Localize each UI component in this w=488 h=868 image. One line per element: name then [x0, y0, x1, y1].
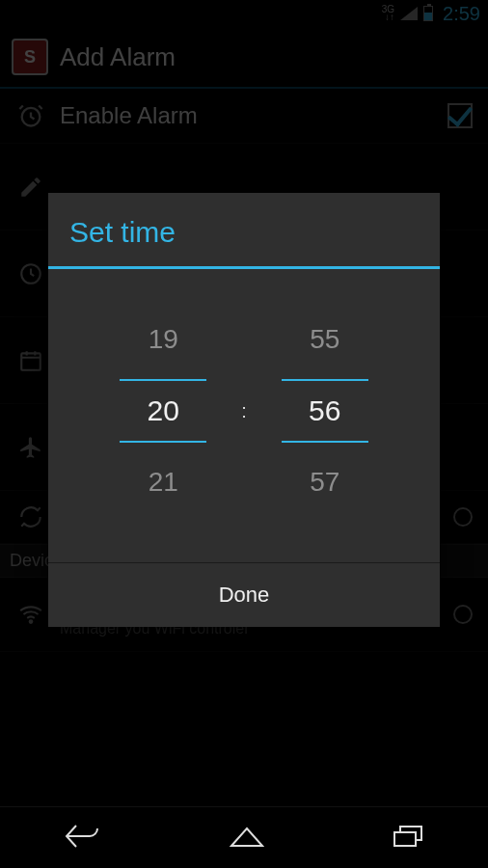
hour-selected[interactable]: 20: [120, 379, 206, 443]
time-picker-dialog: Set time 19 20 21 : 55 56 57 Done: [48, 193, 440, 627]
hour-next[interactable]: 21: [149, 450, 178, 514]
dialog-title: Set time: [48, 193, 440, 266]
minute-selected[interactable]: 56: [282, 379, 368, 443]
hour-prev[interactable]: 19: [149, 308, 178, 371]
recent-apps-button[interactable]: [391, 823, 425, 854]
time-separator: :: [241, 400, 247, 422]
screen: 3G↓↑ 2:59 S Add Alarm Enable Alarm: [0, 0, 488, 868]
home-button[interactable]: [228, 823, 266, 854]
minute-column[interactable]: 55 56 57: [282, 308, 368, 514]
done-button[interactable]: Done: [48, 563, 440, 627]
navigation-bar: [0, 806, 488, 868]
minute-prev[interactable]: 55: [310, 308, 339, 371]
hour-column[interactable]: 19 20 21: [120, 308, 206, 514]
minute-next[interactable]: 57: [310, 450, 339, 514]
svg-rect-4: [394, 832, 416, 846]
time-picker: 19 20 21 : 55 56 57: [48, 269, 440, 562]
back-button[interactable]: [63, 822, 103, 854]
